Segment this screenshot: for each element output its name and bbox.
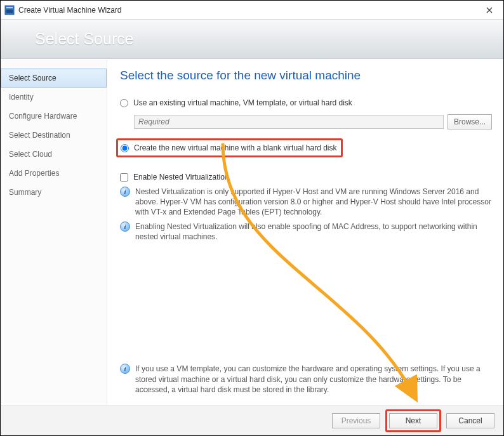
- radio-create-blank-label: Create the new virtual machine with a bl…: [134, 143, 337, 152]
- info-icon: i: [120, 221, 130, 232]
- nested-virtualization-checkbox[interactable]: Enable Nested Virtualization: [120, 173, 492, 182]
- sidebar-item-label: Identity: [9, 93, 34, 102]
- sidebar-item-summary[interactable]: Summary: [1, 183, 107, 202]
- info-text: If you use a VM template, you can custom…: [135, 364, 492, 395]
- sidebar-item-identity[interactable]: Identity: [1, 88, 107, 107]
- sidebar-item-label: Select Destination: [9, 131, 70, 140]
- next-button[interactable]: Next: [389, 413, 437, 428]
- nested-virtualization-label: Enable Nested Virtualization: [133, 173, 229, 182]
- sidebar-item-add-properties[interactable]: Add Properties: [1, 164, 107, 183]
- titlebar: Create Virtual Machine Wizard: [1, 1, 503, 20]
- radio-use-existing-label: Use an existing virtual machine, VM temp…: [133, 98, 352, 107]
- radio-create-blank-input[interactable]: [121, 144, 129, 152]
- window-title: Create Virtual Machine Wizard: [18, 6, 122, 15]
- page-heading: Select the source for the new virtual ma…: [120, 69, 492, 83]
- sidebar-item-select-cloud[interactable]: Select Cloud: [1, 145, 107, 164]
- source-path-row: Browse...: [134, 114, 492, 129]
- sidebar-item-label: Select Source: [9, 74, 56, 83]
- svg-rect-1: [6, 7, 13, 8]
- sidebar-item-label: Select Cloud: [9, 150, 52, 159]
- sidebar-item-select-destination[interactable]: Select Destination: [1, 126, 107, 145]
- sidebar-item-label: Summary: [9, 188, 41, 197]
- previous-button[interactable]: Previous: [332, 413, 380, 428]
- sidebar-item-configure-hardware[interactable]: Configure Hardware: [1, 107, 107, 126]
- wizard-button-bar: Previous Next Cancel: [1, 406, 503, 435]
- info-text: Nested Virtualization is only supported …: [135, 187, 492, 218]
- info-icon: i: [120, 364, 130, 374]
- sidebar-item-label: Add Properties: [9, 169, 59, 178]
- source-path-input[interactable]: [134, 115, 444, 129]
- info-nested-mac-spoof: i Enabling Nested Virtualization will al…: [120, 221, 492, 242]
- info-text: Enabling Nested Virtualization will also…: [135, 221, 492, 242]
- sidebar-item-select-source[interactable]: Select Source: [1, 69, 107, 88]
- next-button-highlight: Next: [385, 409, 441, 432]
- wizard-sidebar: Select Source Identity Configure Hardwar…: [1, 60, 107, 405]
- wizard-banner: Select Source: [1, 20, 503, 59]
- info-icon: i: [120, 187, 130, 197]
- info-template-note: i If you use a VM template, you can cust…: [120, 364, 492, 395]
- radio-use-existing[interactable]: Use an existing virtual machine, VM temp…: [120, 96, 492, 109]
- banner-title: Select Source: [35, 30, 134, 48]
- browse-button[interactable]: Browse...: [448, 114, 492, 129]
- app-icon: [4, 5, 15, 15]
- wizard-main: Select the source for the new virtual ma…: [107, 60, 503, 405]
- wizard-body: Select Source Identity Configure Hardwar…: [1, 60, 503, 405]
- close-button[interactable]: [475, 1, 503, 20]
- cancel-button[interactable]: Cancel: [446, 413, 494, 428]
- radio-create-blank[interactable]: Create the new virtual machine with a bl…: [116, 138, 343, 157]
- sidebar-item-label: Configure Hardware: [9, 112, 77, 121]
- nested-virtualization-input[interactable]: [120, 173, 128, 182]
- info-nested-requirements: i Nested Virtualization is only supporte…: [120, 187, 492, 218]
- svg-rect-2: [6, 10, 13, 13]
- radio-use-existing-input[interactable]: [120, 99, 128, 107]
